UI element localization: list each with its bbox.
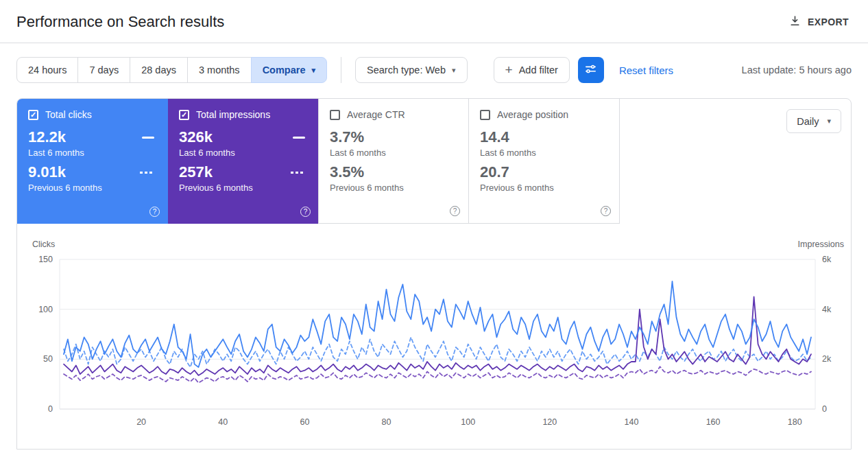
metric-label: Average position [497, 109, 568, 120]
filter-settings-button[interactable] [578, 57, 604, 83]
svg-text:100: 100 [38, 305, 53, 314]
metric-current-value: 326k [179, 129, 213, 145]
card-header: Average CTR [330, 109, 457, 120]
reset-filters-link[interactable]: Reset filters [619, 65, 673, 76]
metric-previous-value: 20.7 [480, 164, 509, 180]
average-position-checkbox[interactable] [480, 110, 490, 120]
svg-text:0: 0 [822, 404, 827, 414]
chart-area: 00502k1004k1506kClicksImpressions2040608… [17, 224, 851, 449]
solid-line-legend-icon [142, 137, 154, 139]
tune-icon [584, 62, 597, 78]
search-type-label: Search type: Web [367, 65, 446, 75]
svg-text:0: 0 [48, 404, 53, 414]
help-icon[interactable]: ? [149, 207, 160, 217]
total-impressions-checkbox[interactable]: ✓ [179, 110, 189, 120]
chevron-down-icon: ▾ [452, 67, 456, 74]
help-icon[interactable]: ? [450, 206, 460, 216]
chevron-down-icon: ▾ [827, 117, 831, 125]
svg-text:20: 20 [136, 417, 146, 427]
metric-cards-row: ✓ Total clicks 12.2k Last 6 months 9.01k… [17, 99, 851, 224]
range-label: 24 hours [28, 65, 67, 75]
svg-text:140: 140 [625, 417, 639, 427]
card-header: ✓ Total clicks [28, 109, 157, 120]
filter-bar: 24 hours 7 days 28 days 3 months Compare… [0, 43, 868, 91]
metric-label: Average CTR [347, 109, 405, 120]
page-header: Performance on Search results EXPORT [0, 0, 868, 43]
svg-text:80: 80 [382, 417, 391, 427]
svg-text:180: 180 [788, 417, 802, 427]
svg-text:100: 100 [461, 417, 475, 427]
card-header: Average position [480, 109, 608, 120]
metric-current-caption: Last 6 months [330, 148, 457, 158]
search-type-dropdown[interactable]: Search type: Web ▾ [355, 57, 468, 83]
svg-text:Impressions: Impressions [798, 240, 844, 249]
range-label: 28 days [141, 65, 176, 75]
metric-current-caption: Last 6 months [480, 148, 608, 158]
help-icon[interactable]: ? [300, 207, 311, 217]
filter-group-divider [341, 57, 341, 83]
card-header: ✓ Total impressions [179, 109, 308, 120]
check-icon: ✓ [30, 111, 36, 119]
metric-previous-caption: Previous 6 months [28, 183, 157, 193]
metric-current-value: 14.4 [480, 129, 509, 145]
dashed-line-legend-icon [291, 172, 305, 174]
solid-line-legend-icon [293, 137, 305, 139]
metric-current-caption: Last 6 months [179, 148, 308, 158]
granularity-dropdown[interactable]: Daily ▾ [786, 109, 841, 133]
range-label: 7 days [89, 65, 119, 75]
metric-label: Total clicks [45, 109, 92, 120]
check-icon: ✓ [181, 111, 187, 119]
export-button[interactable]: EXPORT [786, 11, 852, 33]
svg-text:40: 40 [218, 417, 228, 427]
dashed-line-legend-icon [140, 172, 154, 174]
metric-card-average-ctr[interactable]: Average CTR 3.7% Last 6 months 3.5% Prev… [318, 99, 469, 224]
svg-text:120: 120 [542, 417, 557, 427]
svg-text:Clicks: Clicks [32, 240, 55, 249]
svg-text:150: 150 [38, 255, 53, 264]
range-label: 3 months [199, 65, 240, 75]
metric-previous-value: 257k [179, 164, 213, 180]
metric-current-value: 3.7% [330, 129, 364, 145]
granularity-label: Daily [797, 116, 819, 127]
last-update-text: Last update: 5 hours ago [742, 65, 852, 75]
svg-text:60: 60 [300, 417, 309, 427]
range-3-months[interactable]: 3 months [187, 57, 252, 83]
metric-previous-caption: Previous 6 months [330, 183, 457, 193]
performance-panel: ✓ Total clicks 12.2k Last 6 months 9.01k… [16, 98, 852, 450]
svg-text:6k: 6k [822, 255, 832, 264]
add-filter-label: Add filter [519, 65, 558, 75]
average-ctr-checkbox[interactable] [330, 110, 340, 120]
metric-label: Total impressions [196, 109, 270, 120]
metric-current-caption: Last 6 months [28, 148, 157, 158]
date-range-group: 24 hours 7 days 28 days 3 months Compare… [16, 57, 327, 83]
plus-icon: + [505, 63, 513, 76]
chevron-down-icon: ▾ [311, 67, 315, 74]
download-icon [789, 15, 801, 29]
metric-previous-caption: Previous 6 months [480, 183, 608, 193]
metric-previous-value: 9.01k [28, 164, 66, 180]
svg-text:2k: 2k [822, 354, 832, 364]
compare-dropdown[interactable]: Compare ▾ [251, 57, 327, 83]
metric-previous-caption: Previous 6 months [179, 183, 308, 193]
metric-card-total-impressions[interactable]: ✓ Total impressions 326k Last 6 months 2… [168, 99, 319, 224]
metric-current-value: 12.2k [28, 129, 66, 145]
metric-previous-value: 3.5% [330, 164, 364, 180]
metric-card-total-clicks[interactable]: ✓ Total clicks 12.2k Last 6 months 9.01k… [17, 99, 168, 224]
export-label: EXPORT [808, 16, 849, 27]
total-clicks-checkbox[interactable]: ✓ [28, 110, 38, 120]
page-title: Performance on Search results [16, 13, 224, 31]
add-filter-button[interactable]: + Add filter [494, 57, 570, 83]
help-icon[interactable]: ? [601, 206, 611, 216]
performance-chart[interactable]: 00502k1004k1506kClicksImpressions2040608… [17, 224, 851, 449]
metric-card-average-position[interactable]: Average position 14.4 Last 6 months 20.7… [469, 99, 620, 224]
svg-text:160: 160 [706, 417, 721, 427]
range-28-days[interactable]: 28 days [130, 57, 188, 83]
range-24-hours[interactable]: 24 hours [16, 57, 78, 83]
range-7-days[interactable]: 7 days [77, 57, 130, 83]
compare-label: Compare [263, 65, 306, 75]
svg-text:4k: 4k [822, 305, 832, 314]
svg-text:50: 50 [43, 354, 53, 364]
